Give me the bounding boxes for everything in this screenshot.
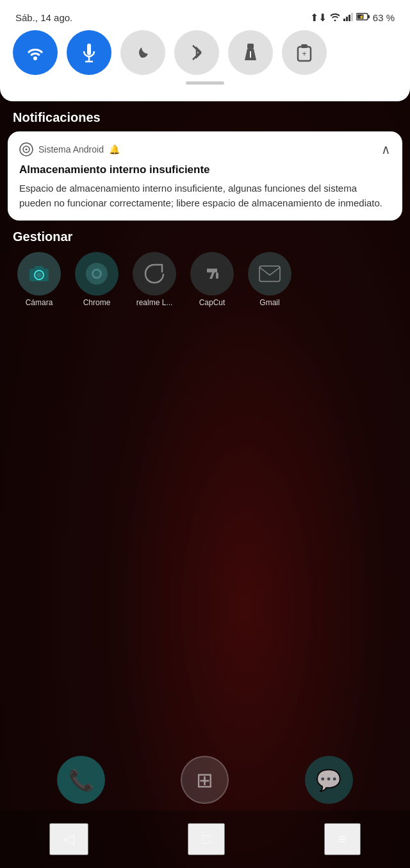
svg-text:⚡: ⚡ bbox=[359, 14, 365, 20]
gestionar-apps-row: Cámara Chrome bbox=[13, 252, 397, 307]
notification-card[interactable]: Sistema Android 🔔 ∧ Almacenamiento inter… bbox=[8, 131, 402, 221]
navigation-bar: ◁ □ ≡ bbox=[0, 810, 410, 868]
nav-back-button[interactable]: ◁ bbox=[49, 823, 88, 855]
realme-app-icon bbox=[133, 252, 176, 296]
svg-rect-28 bbox=[216, 272, 218, 279]
notifications-section-header: Notificaciones bbox=[0, 101, 410, 131]
svg-point-20 bbox=[26, 149, 28, 151]
wifi-toggle[interactable] bbox=[13, 30, 58, 75]
dock-messages[interactable]: 💬 bbox=[305, 756, 353, 804]
bluetooth-toggle[interactable] bbox=[174, 30, 219, 75]
gestionar-section: Gestionar Cámara bbox=[0, 221, 410, 313]
dock-phone[interactable]: 📞 bbox=[57, 756, 105, 804]
status-bar: Sáb., 14 ago. ⬆⬇ bbox=[13, 8, 397, 30]
svg-text:+: + bbox=[302, 49, 306, 58]
battery-saver-toggle[interactable]: + bbox=[282, 30, 327, 75]
sound-toggle[interactable] bbox=[67, 30, 111, 75]
svg-rect-9 bbox=[87, 44, 91, 55]
capcut-app-icon bbox=[190, 252, 234, 296]
svg-rect-2 bbox=[348, 15, 350, 21]
notification-app-name: Sistema Android bbox=[38, 144, 104, 154]
notification-card-header: Sistema Android 🔔 ∧ bbox=[19, 142, 391, 157]
svg-rect-12 bbox=[247, 44, 254, 49]
battery-percent: 63 % bbox=[373, 12, 395, 23]
notifications-title: Notificaciones bbox=[13, 110, 101, 125]
gestionar-app-chrome[interactable]: Chrome bbox=[74, 252, 120, 307]
notification-panel: Sáb., 14 ago. ⬆⬇ bbox=[0, 0, 410, 313]
gestionar-app-capcut[interactable]: CapCut bbox=[189, 252, 235, 307]
nav-menu-button[interactable]: ≡ bbox=[324, 823, 361, 855]
svg-rect-16 bbox=[301, 44, 308, 48]
gestionar-app-camera[interactable]: Cámara bbox=[16, 252, 62, 307]
flashlight-toggle[interactable] bbox=[228, 30, 273, 75]
dock: 📞 ⊞ 💬 bbox=[0, 756, 410, 804]
notification-body: Espacio de almacenamiento interno insufi… bbox=[19, 181, 391, 210]
chrome-app-icon bbox=[75, 252, 119, 296]
gestionar-app-realme[interactable]: realme L... bbox=[131, 252, 177, 307]
svg-point-8 bbox=[33, 56, 37, 60]
chrome-app-label: Chrome bbox=[83, 298, 111, 307]
svg-rect-0 bbox=[343, 19, 345, 21]
svg-rect-24 bbox=[35, 266, 44, 270]
notification-collapse-button[interactable]: ∧ bbox=[381, 142, 391, 157]
capcut-app-label: CapCut bbox=[199, 298, 226, 307]
svg-point-23 bbox=[37, 272, 42, 278]
data-direction-icon: ⬆⬇ bbox=[310, 12, 327, 24]
gmail-app-label: Gmail bbox=[259, 298, 279, 307]
notification-app-icon bbox=[19, 142, 33, 156]
camera-app-label: Cámara bbox=[26, 298, 53, 307]
status-icons: ⬆⬇ bbox=[310, 12, 395, 24]
scroll-handle bbox=[186, 81, 224, 85]
svg-rect-3 bbox=[351, 13, 353, 21]
gestionar-title: Gestionar bbox=[13, 230, 397, 244]
svg-rect-1 bbox=[346, 17, 348, 21]
wifi-status-icon bbox=[329, 12, 341, 24]
notification-bell-icon: 🔔 bbox=[109, 144, 120, 154]
notification-app-info: Sistema Android 🔔 bbox=[19, 142, 120, 156]
gestionar-app-gmail[interactable]: Gmail bbox=[247, 252, 293, 307]
battery-icon: ⚡ bbox=[356, 12, 370, 24]
camera-app-icon bbox=[17, 252, 61, 296]
svg-rect-29 bbox=[259, 266, 280, 281]
quick-settings-panel: Sáb., 14 ago. ⬆⬇ bbox=[0, 0, 410, 101]
moon-toggle[interactable] bbox=[120, 30, 165, 75]
realme-app-label: realme L... bbox=[136, 298, 173, 307]
status-date: Sáb., 14 ago. bbox=[15, 12, 72, 23]
gmail-app-icon bbox=[248, 252, 291, 296]
signal-icon bbox=[343, 12, 354, 24]
nav-home-button[interactable]: □ bbox=[188, 823, 224, 855]
svg-point-27 bbox=[94, 271, 100, 277]
svg-rect-6 bbox=[368, 15, 370, 18]
dock-apps[interactable]: ⊞ bbox=[181, 756, 229, 804]
notification-title: Almacenamiento interno insuficiente bbox=[19, 163, 391, 176]
quick-toggles: + bbox=[13, 30, 397, 81]
